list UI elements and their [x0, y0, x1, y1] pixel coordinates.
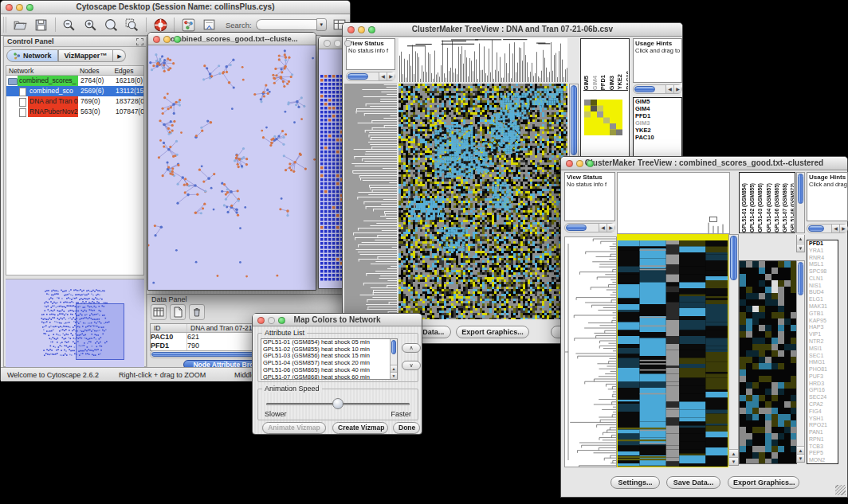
minimize-icon[interactable]	[334, 40, 341, 47]
network-view-titlebar[interactable]: combined_scores_good.txt--cluste...	[148, 33, 316, 45]
minimize-icon[interactable]	[576, 160, 583, 167]
gene-label[interactable]: HAP3	[809, 324, 838, 331]
treeview2-titlebar[interactable]: ClusterMaker TreeView : combined_scores_…	[561, 157, 847, 170]
zoom-window-icon[interactable]	[587, 160, 594, 167]
column-dendrogram[interactable]	[617, 172, 730, 234]
gene-label[interactable]: TCB3	[809, 443, 838, 451]
column-dendrogram[interactable]	[398, 38, 567, 82]
gene-label[interactable]: PFD1	[809, 240, 838, 248]
minimize-icon[interactable]	[16, 4, 23, 11]
col-id[interactable]: ID	[151, 324, 187, 332]
main-titlebar[interactable]: Cytoscape Desktop (Session Name: collins…	[1, 1, 350, 14]
gene-label[interactable]: NTR2	[809, 338, 838, 346]
treeview-button[interactable]: Export Graphics...	[456, 326, 529, 338]
scroll-up-icon[interactable]: ▲	[797, 446, 804, 454]
gene-label[interactable]: VIP1	[809, 331, 838, 338]
network-canvas[interactable]	[148, 45, 316, 290]
zoom-heatmap-vscrollbar[interactable]: ▲ ▼	[796, 260, 805, 463]
close-icon[interactable]	[566, 160, 573, 167]
zoom-in-button[interactable]	[80, 16, 100, 34]
gene-label[interactable]: FIG4	[809, 408, 838, 416]
select-attributes-button[interactable]	[151, 304, 167, 320]
minimize-icon[interactable]	[358, 26, 365, 33]
dialog-button[interactable]: Done	[393, 422, 420, 434]
row-dendrogram[interactable]	[344, 84, 397, 319]
array-labels-scrollbar[interactable]	[796, 172, 805, 233]
scroll-thumb[interactable]	[634, 86, 655, 92]
scroll-up-icon[interactable]: ▲	[391, 365, 397, 372]
gene-label[interactable]: PUF3	[809, 373, 838, 381]
network-tree-row[interactable]: DNA and Tran 07 769(0) 183728(0)	[6, 96, 143, 107]
gene-label[interactable]: KAP95	[809, 318, 838, 325]
usage-hints-scrollbar[interactable]: ◀ ▶	[633, 84, 682, 94]
zoom-selected-button[interactable]	[123, 16, 142, 34]
correlation-matrix[interactable]	[584, 100, 622, 135]
row-dendrogram[interactable]	[564, 236, 617, 467]
gene-label[interactable]: RPO21	[809, 422, 838, 429]
gene-label[interactable]: YKE2	[635, 127, 681, 134]
zoom-fit-button[interactable]	[101, 16, 120, 34]
scroll-down-icon[interactable]: ▼	[729, 457, 738, 465]
network-tree-row[interactable]: combined_scores_ 2764(0) 16218(0)	[6, 76, 143, 86]
minimize-icon[interactable]	[163, 36, 171, 43]
save-session-button[interactable]	[31, 16, 50, 34]
gene-label[interactable]: SEC1	[809, 353, 838, 360]
close-icon[interactable]	[257, 317, 265, 324]
new-attribute-button[interactable]	[170, 304, 186, 320]
gene-label[interactable]: CLN1	[809, 275, 838, 283]
network-list-header[interactable]: Network Nodes Edges	[6, 66, 143, 76]
minimize-icon[interactable]	[268, 317, 275, 324]
gene-label[interactable]: NIS1	[809, 283, 838, 290]
gene-label[interactable]: YSH1	[809, 416, 838, 423]
scroll-down-icon[interactable]: ▼	[797, 454, 804, 462]
view-status-scrollbar[interactable]: ◀ ▶	[346, 72, 395, 81]
dialog-button[interactable]: Animate Vizmap	[262, 422, 326, 434]
gene-label[interactable]: PHO81	[809, 366, 838, 373]
scroll-thumb[interactable]	[808, 225, 824, 232]
gene-label[interactable]: MON2	[809, 457, 838, 464]
usage-hints-scrollbar[interactable]: ◀ ▶	[807, 224, 848, 233]
network-tree-row[interactable]: combined_sco 2569(6) 13112(15)	[6, 86, 143, 96]
close-icon[interactable]	[324, 40, 331, 47]
close-icon[interactable]	[153, 36, 160, 43]
zoom-window-icon[interactable]	[26, 4, 33, 11]
zoom-window-icon[interactable]	[344, 40, 351, 47]
tab-overflow-button[interactable]: ▶	[113, 49, 126, 62]
gene-label[interactable]: PAN1	[809, 429, 838, 436]
toolbar-grip[interactable]	[3, 17, 6, 33]
gene-label[interactable]: HMG1	[809, 359, 838, 366]
zoom-window-icon[interactable]	[368, 26, 375, 33]
col-nodes[interactable]: Nodes	[77, 66, 112, 75]
gene-label[interactable]: RNR4	[809, 255, 838, 262]
treeview-button[interactable]: Settings...	[610, 476, 660, 489]
scroll-right-icon[interactable]: ▶	[387, 72, 395, 80]
scroll-down-icon[interactable]: ▼	[391, 372, 397, 379]
zoom-out-button[interactable]	[60, 16, 79, 34]
gene-label[interactable]: MSI1	[809, 346, 838, 353]
scroll-right-icon[interactable]: ▶	[673, 85, 681, 93]
heatmap[interactable]	[617, 234, 728, 467]
gene-label[interactable]: GTB1	[809, 311, 838, 318]
delete-attribute-button[interactable]	[189, 304, 205, 320]
network-tree-row[interactable]: RNAPuberNov2+ 563(0) 107847(0)	[6, 107, 143, 117]
dialog-button[interactable]: Create Vizmap	[332, 422, 388, 434]
gene-label[interactable]: SPC98	[809, 268, 838, 275]
gene-label[interactable]: PAC10	[635, 134, 681, 141]
scroll-thumb[interactable]	[566, 225, 587, 231]
gene-label[interactable]: YRA1	[809, 248, 838, 255]
array-labels-scroll-arrows[interactable]: ▲ ▼	[796, 235, 805, 252]
scroll-thumb[interactable]	[798, 262, 803, 295]
tab-network[interactable]: Network	[6, 49, 58, 62]
tab-vizmapper[interactable]: VizMapper™	[58, 49, 114, 62]
col-edges[interactable]: Edges	[112, 66, 143, 75]
scroll-thumb[interactable]	[391, 340, 396, 354]
gene-label[interactable]: GIM4	[635, 105, 681, 112]
scroll-left-icon[interactable]: ◀	[665, 85, 673, 93]
scroll-thumb[interactable]	[347, 73, 368, 80]
zoom-window-icon[interactable]	[278, 317, 285, 324]
view-status-scrollbar[interactable]: ◀ ▶	[564, 223, 615, 232]
gene-label[interactable]: PEP5	[809, 450, 838, 457]
gene-label[interactable]: BUD4	[809, 289, 838, 296]
attribute-listbox[interactable]: GPL51-01 (GSM854) heat shock 05 minGPL51…	[261, 338, 398, 380]
attribute-list-scrollbar[interactable]: ▲ ▼	[390, 339, 397, 379]
